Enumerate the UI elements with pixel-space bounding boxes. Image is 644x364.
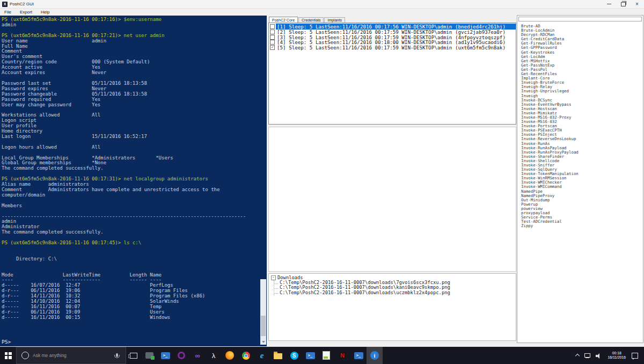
console-line: User may change password Yes <box>2 103 260 108</box>
windows-logo-icon <box>5 352 12 359</box>
tab-credentials[interactable]: Credentials <box>298 17 324 23</box>
menu-file[interactable]: File <box>0 10 16 14</box>
implant-checkbox[interactable]: ✓ <box>270 45 275 50</box>
restore-icon <box>621 2 626 6</box>
volume-icon <box>596 353 602 358</box>
ie-icon: e <box>260 351 264 360</box>
console-line: Account expires Never <box>2 70 260 76</box>
purplering-icon <box>178 352 185 359</box>
window-title: PoshC2 GUI <box>10 2 34 6</box>
powershell-icon: >_ <box>161 352 170 359</box>
console-line: PS (uxt6m5fm5c9n8ak-2016-11-16 00:17:45)… <box>2 241 260 246</box>
console-panel[interactable]: PS (uxt6m5fm5c9n8ak-2016-11-16 00:17:16)… <box>0 16 267 346</box>
cortana-search-box[interactable]: Ask me anything <box>16 347 126 364</box>
close-button[interactable]: × <box>630 0 644 8</box>
titlebar: X PoshC2 GUI × <box>0 0 644 9</box>
maximize-button[interactable] <box>616 0 630 8</box>
console-line: User name admin <box>2 39 260 44</box>
download-list: C:\Temp\PoshC2-2016-16-11-0007\downloads… <box>274 280 516 295</box>
skype-icon: S <box>290 352 298 360</box>
scroll-down-button[interactable] <box>260 339 266 345</box>
menu-export[interactable]: Export <box>16 10 36 14</box>
lock-icon <box>145 352 153 359</box>
module-filter-input[interactable] <box>518 17 642 21</box>
module-list: Brute-ADBrute-LocAdminDecrypt-RDCManGet-… <box>517 23 643 343</box>
tab-poshc2-core[interactable]: PoshC2 Core <box>269 17 298 23</box>
taskbar-app-powershell-3[interactable]: >_ <box>350 347 367 364</box>
console-line: Logon hours allowed All <box>2 145 260 150</box>
taskbar: Ask me anything >_∞λeS>_N>_i 00:18 16/11… <box>0 347 644 364</box>
tray-overflow-button[interactable] <box>573 347 582 364</box>
console-line <box>2 246 260 251</box>
minimize-icon <box>607 4 611 4</box>
action-center-button[interactable] <box>629 347 641 364</box>
console-line: Logon script <box>2 118 260 123</box>
console-input-prompt[interactable]: PS> <box>2 339 11 345</box>
module-item[interactable]: Test-ADCredential <box>521 220 643 224</box>
implant-label: [5] Sleep: 5 LastSeen:11/16/2016 00:17:5… <box>276 45 516 50</box>
console-line: Members <box>2 203 260 209</box>
taskbar-app-file-explorer[interactable] <box>270 347 286 364</box>
taskbar-app-purple-ring[interactable] <box>173 347 189 364</box>
console-line: Last logon 15/11/2016 16:52:17 <box>2 134 260 140</box>
tab-strip: PoshC2 CoreCredentialsImplants <box>269 16 346 23</box>
implant-checkbox[interactable] <box>270 24 275 29</box>
volume-status[interactable] <box>593 347 604 364</box>
console-line: Workstations allowed All <box>2 113 260 118</box>
taskbar-app-internet-explorer[interactable]: e <box>254 347 270 364</box>
taskbar-app-lambda[interactable]: λ <box>206 347 222 364</box>
minimize-button[interactable] <box>602 0 616 8</box>
console-prompt-text: PS (uxt6m5fm5c9n8ak-2016-11-16 00:17:21)… <box>2 33 124 38</box>
system-tray: 00:18 16/11/2016 <box>573 347 644 364</box>
taskbar-app-netflix[interactable]: N <box>334 347 350 364</box>
taskbar-app-poshc2[interactable]: i <box>367 347 383 364</box>
console-line: d----- 16/11/2016 00:15 Windows <box>2 315 260 321</box>
taskbar-app-chrome[interactable] <box>238 347 254 364</box>
poshc2-icon: i <box>370 351 379 360</box>
menu-help[interactable]: Help <box>36 10 54 14</box>
implant-checkbox[interactable] <box>270 40 275 45</box>
module-item[interactable]: Inveigh-Unprivileged <box>521 89 643 93</box>
netflix-icon: N <box>339 352 346 359</box>
task-view-button[interactable] <box>126 347 141 364</box>
network-status[interactable] <box>582 347 593 364</box>
menubar: FileExportHelp <box>0 9 644 15</box>
console-command-text: net user admin <box>124 33 165 38</box>
firefox-icon <box>225 351 234 360</box>
taskbar-app-powershell-2[interactable]: >_ <box>302 347 318 364</box>
console-command-text: $env:username <box>124 17 162 22</box>
taskbar-app-powershell-1[interactable]: >_ <box>157 347 173 364</box>
console-prompt-text: PS (uxt6m5fm5c9n8ak-2016-11-16 00:17:31)… <box>2 176 124 181</box>
microphone-icon[interactable] <box>116 353 118 357</box>
module-item[interactable]: Zippy <box>521 224 643 228</box>
download-item[interactable]: C:\Temp\PoshC2-2016-16-11-0007\downloads… <box>274 290 516 295</box>
start-button[interactable] <box>0 347 16 364</box>
console-prompt-text: PS (uxt6m5fm5c9n8ak-2016-11-16 00:17:16)… <box>2 17 124 22</box>
console-line: The command completed successfully. <box>2 230 260 235</box>
taskbar-app-notepad[interactable] <box>318 347 334 364</box>
task-view-icon <box>130 353 137 359</box>
taskbar-app-skype[interactable]: S <box>286 347 302 364</box>
action-center-icon <box>632 353 638 359</box>
console-line: Directory: C:\ <box>2 257 260 262</box>
console-scrollbar[interactable] <box>260 279 266 345</box>
implant-checkbox[interactable] <box>270 35 275 40</box>
console-command-text: ls c:\ <box>124 240 142 245</box>
module-item[interactable]: Out-Minidump <box>521 198 643 202</box>
implant-checkbox[interactable] <box>270 30 275 34</box>
implant-row[interactable]: ✓[5] Sleep: 5 LastSeen:11/16/2016 00:17:… <box>269 45 516 50</box>
scrollbar-thumb[interactable] <box>261 316 266 336</box>
taskbar-app-firefox[interactable] <box>222 347 238 364</box>
tree-collapse-icon[interactable]: - <box>271 275 276 280</box>
console-line: admin <box>2 219 260 224</box>
taskbar-app-remote-lock[interactable] <box>141 347 157 364</box>
clock-time: 00:18 <box>612 351 621 355</box>
taskbar-app-visual-studio[interactable]: ∞ <box>189 347 206 364</box>
console-line: Full Name <box>2 44 260 49</box>
tab-implants[interactable]: Implants <box>324 17 345 23</box>
clock-date: 16/11/2016 <box>608 355 626 360</box>
close-icon: × <box>635 2 639 7</box>
taskbar-clock[interactable]: 00:18 16/11/2016 <box>604 351 629 359</box>
taskbar-apps: >_∞λeS>_N>_i <box>141 347 383 364</box>
app-icon: X <box>2 2 8 7</box>
